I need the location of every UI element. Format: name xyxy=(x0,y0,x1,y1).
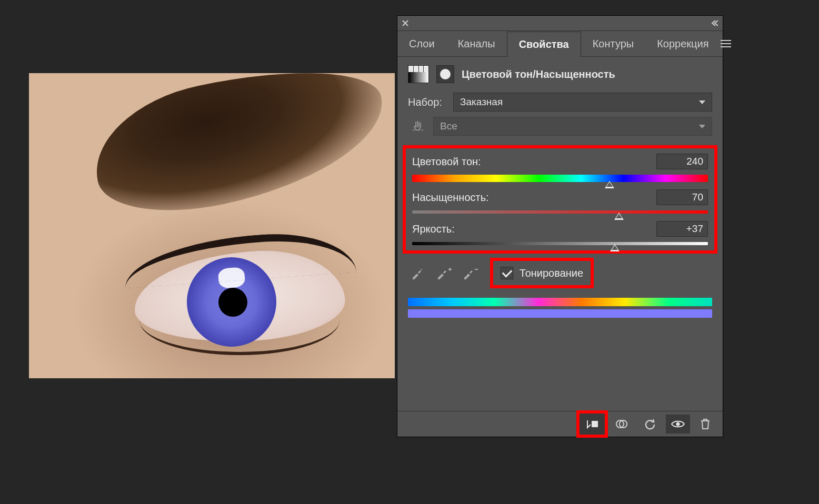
color-range-select[interactable]: Все xyxy=(433,117,712,136)
lightness-value-input[interactable]: +37 xyxy=(656,221,708,237)
chevron-down-icon xyxy=(699,125,705,128)
panel-footer xyxy=(397,411,723,437)
colorize-checkbox[interactable] xyxy=(501,267,513,279)
clip-highlight-box xyxy=(576,410,608,438)
clip-to-layer-button[interactable] xyxy=(580,414,605,435)
eyedropper-subtract-icon[interactable] xyxy=(461,264,480,282)
saturation-track[interactable] xyxy=(412,210,708,214)
layer-mask-icon[interactable] xyxy=(436,65,454,83)
lightness-thumb[interactable] xyxy=(610,244,620,251)
eyedropper-icon[interactable] xyxy=(408,264,427,282)
colorize-highlight-box: Тонирование xyxy=(490,258,594,288)
check-icon xyxy=(502,267,512,277)
toggle-visibility-button[interactable] xyxy=(666,415,690,434)
tab-adjustments[interactable]: Коррекция xyxy=(645,31,720,56)
input-color-strip xyxy=(408,298,712,306)
tab-layers[interactable]: Слои xyxy=(397,31,446,56)
hue-saturation-icon xyxy=(408,65,429,83)
hue-track[interactable] xyxy=(412,175,708,182)
color-range-value: Все xyxy=(440,120,457,132)
hue-thumb[interactable] xyxy=(605,181,614,188)
delete-button[interactable] xyxy=(693,415,717,434)
saturation-thumb[interactable] xyxy=(614,213,624,220)
svg-rect-0 xyxy=(592,421,598,427)
colorize-label: Тонирование xyxy=(520,267,583,279)
chevron-down-icon xyxy=(699,100,705,104)
eyedropper-row: Тонирование xyxy=(397,256,723,295)
eyedropper-add-icon[interactable] xyxy=(434,264,453,282)
preset-value: Заказная xyxy=(460,96,503,108)
preset-label: Набор: xyxy=(408,96,446,108)
lightness-slider: Яркость: +37 xyxy=(412,221,708,245)
sliders-highlight-box: Цветовой тон: 240 Насыщенность: 70 Яркос… xyxy=(403,145,717,254)
color-range-strips xyxy=(397,295,723,318)
canvas-preview xyxy=(29,73,395,378)
properties-panel: Слои Каналы Свойства Контуры Коррекция Ц… xyxy=(397,16,723,437)
saturation-value-input[interactable]: 70 xyxy=(656,189,708,205)
saturation-slider: Насыщенность: 70 xyxy=(412,189,708,214)
targeted-adjust-icon[interactable] xyxy=(410,118,426,134)
view-previous-state-button[interactable] xyxy=(611,415,635,434)
hue-value-input[interactable]: 240 xyxy=(656,154,708,169)
collapse-icon[interactable] xyxy=(710,20,718,26)
saturation-label: Насыщенность: xyxy=(412,191,489,204)
panel-tabbar: Слои Каналы Свойства Контуры Коррекция xyxy=(397,31,723,57)
output-color-strip xyxy=(408,309,712,318)
panel-titlebar xyxy=(397,16,723,31)
panel-menu-icon[interactable] xyxy=(721,31,731,56)
svg-point-2 xyxy=(676,422,680,426)
close-icon[interactable] xyxy=(402,19,409,27)
hue-slider: Цветовой тон: 240 xyxy=(412,154,708,182)
range-row: Все xyxy=(397,117,723,141)
tab-paths[interactable]: Контуры xyxy=(581,31,645,56)
adjustment-title: Цветовой тон/Насыщенность xyxy=(462,68,615,80)
eye-image-placeholder xyxy=(29,73,395,378)
adjustment-header: Цветовой тон/Насыщенность xyxy=(397,57,723,89)
hue-label: Цветовой тон: xyxy=(412,156,481,168)
reset-button[interactable] xyxy=(638,415,663,434)
preset-row: Набор: Заказная xyxy=(397,89,723,117)
lightness-track[interactable] xyxy=(412,242,708,245)
preset-select[interactable]: Заказная xyxy=(453,93,712,112)
lightness-label: Яркость: xyxy=(412,223,455,235)
tab-channels[interactable]: Каналы xyxy=(446,31,507,56)
tab-properties[interactable]: Свойства xyxy=(507,32,581,57)
